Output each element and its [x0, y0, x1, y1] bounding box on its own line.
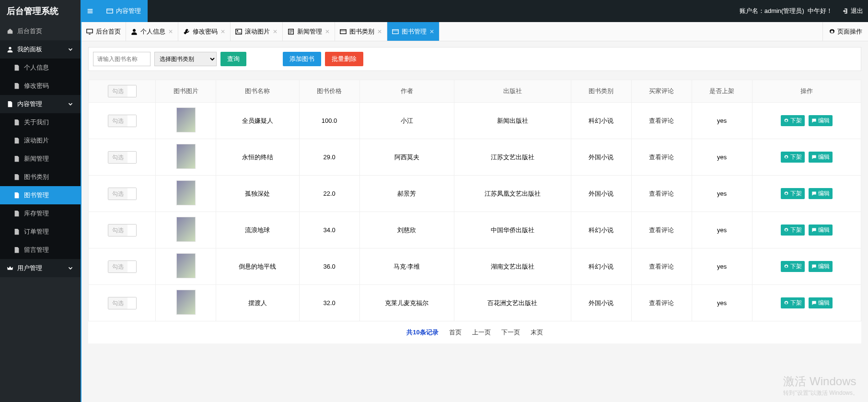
user-edit-icon [131, 28, 138, 35]
close-icon[interactable]: ✕ [220, 28, 225, 35]
off-shelf-button[interactable]: 下架 [781, 261, 805, 272]
chat-icon [811, 154, 817, 160]
tab[interactable]: 图书管理✕ [387, 22, 440, 41]
sidebar-group[interactable]: 用户管理 [0, 259, 81, 277]
row-select[interactable]: 勾选 [108, 115, 137, 127]
tab[interactable]: 图书类别✕ [335, 22, 387, 41]
book-category: 外国小说 [571, 285, 631, 321]
tab[interactable]: 后台首页 [81, 22, 126, 41]
column-header: 作者 [359, 80, 454, 103]
book-author: 阿西莫夫 [359, 139, 454, 176]
close-icon[interactable]: ✕ [429, 28, 434, 35]
column-header: 图书价格 [299, 80, 359, 103]
page-actions[interactable]: 页面操作 [822, 22, 868, 41]
doc-icon [13, 119, 20, 126]
sidebar-item[interactable]: 关于我们 [0, 113, 81, 131]
on-shelf: yes [692, 212, 752, 248]
edit-button[interactable]: 编辑 [809, 297, 833, 308]
doc-icon [13, 83, 20, 89]
close-icon[interactable]: ✕ [325, 28, 330, 35]
book-publisher: 百花洲文艺出版社 [454, 285, 571, 321]
off-shelf-button[interactable]: 下架 [781, 297, 805, 308]
view-comments[interactable]: 查看评论 [649, 299, 674, 307]
on-shelf: yes [692, 176, 752, 212]
table-row: 勾选 流浪地球 34.0 刘慈欣 中国华侨出版社 科幻小说 查看评论 yes 下… [89, 212, 861, 248]
pager-first[interactable]: 首页 [449, 328, 462, 337]
row-select[interactable]: 勾选 [108, 151, 137, 164]
view-comments[interactable]: 查看评论 [649, 117, 674, 124]
query-button[interactable]: 查询 [220, 52, 246, 66]
pager-prev[interactable]: 上一页 [472, 328, 491, 337]
table-row: 勾选 全员嫌疑人 100.0 小江 新闻出版社 科幻小说 查看评论 yes 下架… [89, 103, 861, 139]
sidebar-item[interactable]: 订单管理 [0, 223, 81, 241]
topbar: 后台管理系统 内容管理 账户名：admin(管理员) 中午好！ 退出 [0, 0, 868, 22]
pager-next[interactable]: 下一页 [501, 328, 520, 337]
row-select[interactable]: 勾选 [108, 297, 137, 309]
book-cover [176, 180, 196, 205]
edit-button[interactable]: 编辑 [809, 115, 833, 126]
row-select[interactable]: 勾选 [108, 224, 137, 236]
sidebar-group[interactable]: 内容管理 [0, 95, 81, 113]
sidebar-item[interactable]: 新闻管理 [0, 150, 81, 168]
select-all[interactable]: 勾选 [108, 85, 137, 97]
sidebar-item[interactable]: 滚动图片 [0, 131, 81, 150]
view-comments[interactable]: 查看评论 [649, 154, 674, 161]
book-cover [176, 217, 196, 242]
book-cover [176, 144, 196, 169]
book-author: 马克·李维 [359, 248, 454, 285]
book-publisher: 湖南文艺出版社 [454, 248, 571, 285]
book-price: 36.0 [299, 248, 359, 285]
close-icon[interactable]: ✕ [377, 28, 382, 35]
close-icon[interactable]: ✕ [273, 28, 278, 35]
tab[interactable]: 修改密码✕ [178, 22, 231, 41]
book-publisher: 新闻出版社 [454, 103, 571, 139]
tab[interactable]: 滚动图片✕ [231, 22, 283, 41]
sidebar-item[interactable]: 修改密码 [0, 77, 81, 95]
off-shelf-button[interactable]: 下架 [781, 152, 805, 163]
edit-button[interactable]: 编辑 [809, 261, 833, 272]
search-input[interactable] [93, 52, 150, 66]
sidebar-home[interactable]: 后台首页 [0, 22, 81, 40]
edit-button[interactable]: 编辑 [809, 188, 833, 199]
book-name: 孤独深处 [216, 176, 299, 212]
row-select[interactable]: 勾选 [108, 188, 137, 200]
edit-button[interactable]: 编辑 [809, 152, 833, 163]
batch-delete-button[interactable]: 批量删除 [325, 52, 363, 66]
book-name: 倒悬的地平线 [216, 248, 299, 285]
on-shelf: yes [692, 248, 752, 285]
off-shelf-button[interactable]: 下架 [781, 115, 805, 126]
sidebar-toggle[interactable] [81, 0, 100, 22]
chevron-down-icon [67, 265, 74, 272]
tab[interactable]: 个人信息✕ [126, 22, 178, 41]
edit-button[interactable]: 编辑 [809, 225, 833, 236]
close-icon[interactable]: ✕ [168, 28, 173, 35]
tab[interactable]: 新闻管理✕ [283, 22, 335, 41]
book-category: 外国小说 [571, 139, 631, 176]
search-toolbar: 选择图书类别 查询 添加图书 批量删除 [88, 47, 861, 71]
view-comments[interactable]: 查看评论 [649, 190, 674, 197]
sidebar-item[interactable]: 库存管理 [0, 204, 81, 223]
page-tabs: 后台首页个人信息✕修改密码✕滚动图片✕新闻管理✕图书类别✕图书管理✕ 页面操作 [81, 22, 868, 41]
column-header: 图书类别 [571, 80, 631, 103]
table-row: 勾选 摆渡人 32.0 克莱儿麦克福尔 百花洲文艺出版社 外国小说 查看评论 y… [89, 285, 861, 321]
top-active-module[interactable]: 内容管理 [100, 0, 148, 22]
logout-icon [842, 8, 849, 14]
sidebar-item[interactable]: 留言管理 [0, 241, 81, 259]
sidebar-item[interactable]: 个人信息 [0, 59, 81, 77]
sidebar-group[interactable]: 我的面板 [0, 40, 81, 59]
logout-button[interactable]: 退出 [837, 7, 868, 15]
sidebar-item[interactable]: 图书管理 [0, 186, 81, 204]
book-author: 郝景芳 [359, 176, 454, 212]
wrench-icon [183, 28, 190, 35]
column-header: 是否上架 [692, 80, 752, 103]
category-select[interactable]: 选择图书类别 [154, 52, 217, 66]
off-shelf-button[interactable]: 下架 [781, 225, 805, 236]
row-select[interactable]: 勾选 [108, 260, 137, 273]
sidebar-item[interactable]: 图书类别 [0, 168, 81, 186]
add-book-button[interactable]: 添加图书 [283, 52, 321, 66]
view-comments[interactable]: 查看评论 [649, 263, 674, 270]
pager-last[interactable]: 末页 [531, 328, 543, 337]
off-shelf-button[interactable]: 下架 [781, 188, 805, 199]
book-table: 勾选图书图片图书名称图书价格作者出版社图书类别买家评论是否上架操作 勾选 全员嫌… [88, 80, 861, 321]
view-comments[interactable]: 查看评论 [649, 226, 674, 234]
